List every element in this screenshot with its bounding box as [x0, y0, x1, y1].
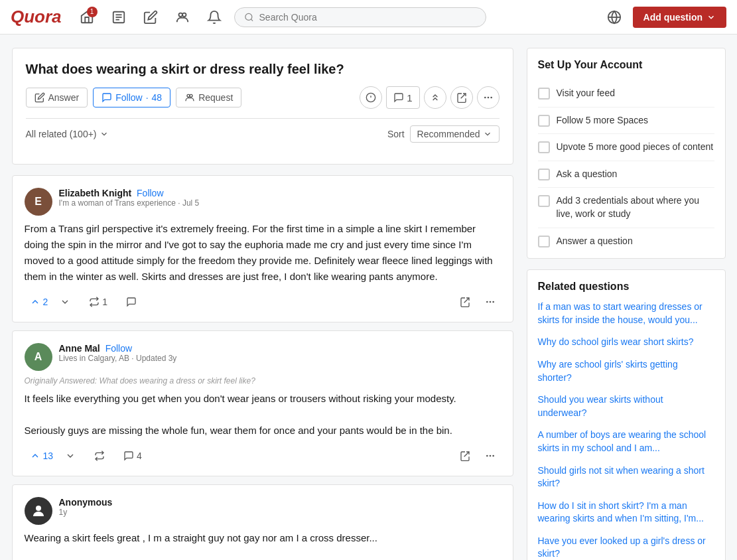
comment-button[interactable]: 4	[118, 448, 147, 464]
answer-text-elizabeth: From a Trans girl perspective it's extre…	[25, 221, 501, 285]
answerer-row: E Elizabeth Knight Follow I'm a woman of…	[25, 188, 501, 216]
svg-point-22	[489, 455, 491, 457]
checklist-label: Ask a question	[557, 168, 618, 181]
checkbox-visit-feed[interactable]	[538, 88, 550, 100]
comment-button[interactable]: 1	[386, 86, 419, 109]
share-button[interactable]	[454, 448, 476, 464]
checkbox-upvote[interactable]	[538, 141, 550, 153]
sort-dropdown[interactable]: Recommended	[410, 125, 500, 143]
reshare-button[interactable]: 1	[84, 294, 113, 310]
search-bar[interactable]	[234, 7, 486, 27]
share-icon	[460, 451, 470, 461]
search-icon	[244, 12, 254, 23]
answerer-name: Elizabeth Knight Follow	[59, 188, 200, 198]
info-button[interactable]	[360, 86, 382, 109]
chevron-down-icon	[483, 129, 492, 139]
answer-card-anne: A Anne Mal Follow Lives in Calgary, AB ·…	[12, 330, 513, 476]
svg-point-6	[245, 13, 251, 20]
search-input[interactable]	[259, 12, 476, 23]
svg-point-18	[486, 301, 488, 303]
answerer-info: Elizabeth Knight Follow I'm a woman of T…	[59, 188, 200, 208]
sort-row: Sort Recommended	[387, 125, 500, 143]
related-link-1[interactable]: Why do school girls wear short skirts?	[538, 336, 714, 349]
checklist-label: Visit your feed	[557, 87, 615, 100]
answerer-name: Anne Mal Follow	[59, 343, 177, 354]
notifications-icon[interactable]	[202, 5, 226, 29]
answerer-row: A Anne Mal Follow Lives in Calgary, AB ·…	[25, 343, 501, 371]
more-button[interactable]	[480, 294, 501, 310]
svg-point-20	[492, 301, 494, 303]
related-link-0[interactable]: If a man was to start wearing dresses or…	[538, 301, 714, 326]
language-icon[interactable]	[602, 5, 626, 29]
svg-point-16	[487, 97, 489, 99]
related-link-5[interactable]: Should girls not sit when wearing a shor…	[538, 464, 714, 490]
answer-footer-elizabeth: 2 1	[25, 294, 501, 310]
follow-icon	[101, 92, 112, 103]
answers-icon[interactable]	[107, 5, 131, 29]
share-button[interactable]	[454, 294, 476, 310]
reshare-icon	[89, 297, 100, 307]
svg-point-23	[492, 455, 494, 457]
downvote-button[interactable]	[60, 448, 81, 464]
sidebar: Set Up Your Account Visit your feed Foll…	[527, 48, 726, 560]
share-icon	[460, 297, 470, 307]
more-button[interactable]	[480, 448, 501, 464]
related-link-4[interactable]: A number of boys are wearing the school …	[538, 429, 714, 455]
upvote-group: 13	[25, 448, 82, 464]
follow-button[interactable]: Follow · 48	[93, 88, 170, 107]
footer-right	[454, 294, 501, 310]
write-icon[interactable]	[139, 5, 163, 29]
svg-point-17	[490, 97, 492, 99]
add-question-button[interactable]: Add question	[633, 7, 726, 28]
request-button[interactable]: Request	[176, 88, 241, 107]
checkbox-answer[interactable]	[538, 236, 550, 247]
checklist-label: Answer a question	[557, 235, 633, 248]
checklist-label: Upvote 5 more good pieces of content	[557, 141, 714, 154]
all-related-dropdown[interactable]: All related (100+)	[26, 129, 109, 139]
svg-point-21	[486, 455, 488, 457]
more-icon	[485, 297, 496, 307]
svg-point-11	[190, 94, 192, 97]
answerer-info: Anne Mal Follow Lives in Calgary, AB · U…	[59, 343, 177, 363]
home-icon[interactable]: 1	[75, 5, 99, 29]
logo[interactable]: Quora	[11, 7, 62, 27]
checkbox-follow-spaces[interactable]	[538, 115, 550, 127]
share-button[interactable]	[450, 86, 473, 109]
answer-icon	[34, 92, 45, 103]
downvote-button[interactable]	[424, 86, 446, 109]
reshare-button[interactable]	[89, 448, 110, 464]
checklist-item-upvote: Upvote 5 more good pieces of content	[538, 134, 714, 161]
comment-icon	[393, 92, 404, 103]
checklist-item-visit-feed: Visit your feed	[538, 80, 714, 107]
header-right: Add question	[602, 5, 726, 29]
downvote-button[interactable]	[54, 294, 76, 310]
follow-anne-link[interactable]: Follow	[105, 343, 132, 354]
related-link-2[interactable]: Why are school girls' skirts getting sho…	[538, 358, 714, 384]
related-link-6[interactable]: How do I sit in short skirt? I'm a man w…	[538, 500, 714, 525]
checklist-label: Follow 5 more Spaces	[557, 114, 649, 127]
answer-card-anon: Anonymous 1y Wearing a skirt feels great…	[12, 484, 513, 560]
checkbox-credentials[interactable]	[538, 195, 550, 207]
chevron-down-icon	[100, 129, 109, 139]
checkbox-ask[interactable]	[538, 169, 550, 180]
upvote-button[interactable]: 13	[25, 448, 59, 464]
answer-button[interactable]: Answer	[26, 88, 88, 107]
avatar-anon	[25, 497, 52, 525]
related-link-3[interactable]: Should you wear skirts without underwear…	[538, 393, 714, 419]
svg-line-7	[251, 19, 253, 21]
more-button[interactable]	[477, 86, 500, 109]
upvote-button[interactable]: 2	[25, 294, 54, 310]
question-card: What does wearing a skirt or dress reall…	[12, 48, 513, 165]
footer-right	[454, 448, 501, 464]
main-content: What does wearing a skirt or dress reall…	[12, 48, 513, 560]
related-link-7[interactable]: Have you ever looked up a girl's dress o…	[538, 535, 714, 560]
comment-button[interactable]	[121, 294, 142, 310]
spaces-icon[interactable]	[170, 5, 194, 29]
svg-point-24	[36, 506, 41, 511]
checklist-item-follow-spaces: Follow 5 more Spaces	[538, 107, 714, 135]
main-layout: What does wearing a skirt or dress reall…	[4, 35, 734, 560]
follow-elizabeth-link[interactable]: Follow	[137, 188, 163, 198]
comment-icon	[123, 451, 134, 461]
answerer-meta: I'm a woman of Trans experience · Jul 5	[59, 198, 200, 208]
answer-text-anne: It feels like everything you get when yo…	[25, 391, 501, 439]
